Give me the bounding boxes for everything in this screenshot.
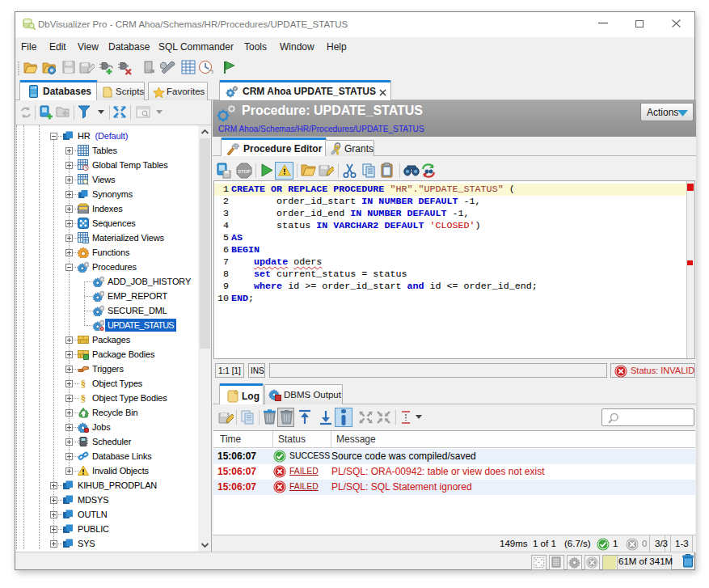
svg-text:§: §: [81, 378, 87, 389]
svg-text:STOP: STOP: [238, 169, 251, 174]
svg-text:§: §: [81, 392, 87, 404]
